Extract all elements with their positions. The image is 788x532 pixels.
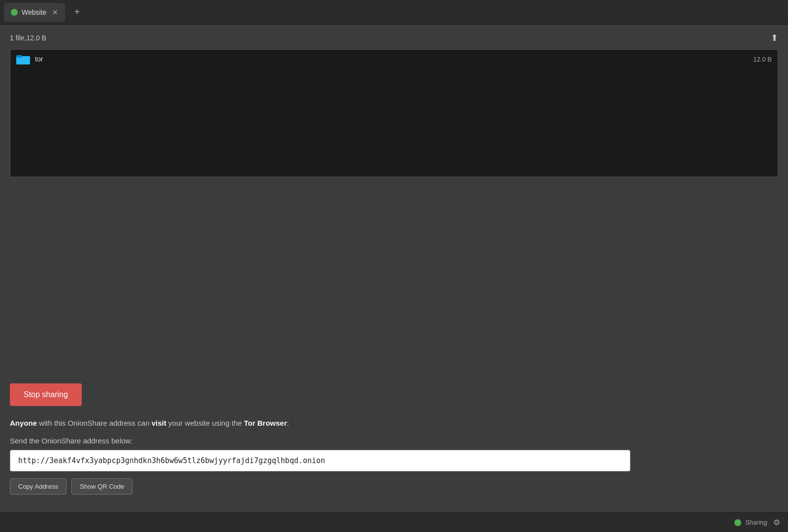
status-indicator [734,519,741,526]
info-visit: visit [152,419,166,427]
tab-close-button[interactable]: ✕ [52,8,58,16]
settings-icon[interactable]: ⚙ [773,518,780,527]
copy-address-button[interactable]: Copy Address [10,478,66,495]
info-text: Anyone with this OnionShare address can … [10,418,778,429]
file-size: 12.0 B [753,56,772,63]
info-part4: your website using the [166,419,244,427]
tab-status-indicator [11,9,18,16]
folder-icon [16,54,30,64]
file-count-label: 1 file,12.0 B [10,34,46,42]
tab-bar: Website ✕ + [0,0,788,25]
info-anyone: Anyone [10,419,37,427]
upload-icon[interactable]: ⬆ [771,32,778,43]
status-label: Sharing [745,519,767,526]
website-tab[interactable]: Website ✕ [4,3,65,22]
tab-label: Website [22,8,46,16]
file-info-row: 1 file,12.0 B ⬆ [10,32,778,43]
show-qr-code-button[interactable]: Show QR Code [71,478,132,495]
stop-sharing-button[interactable]: Stop sharing [10,383,82,406]
file-list-container: tor 12.0 B [10,49,778,177]
info-tor-browser: Tor Browser [244,419,287,427]
file-name: tor [35,55,753,63]
action-buttons: Copy Address Show QR Code [10,478,778,495]
info-part2: with this OnionShare address can [37,419,152,427]
new-tab-button[interactable]: + [69,4,85,20]
info-colon: : [287,419,289,427]
send-label: Send the OnionShare address below: [10,437,778,445]
table-row: tor 12.0 B [10,50,778,68]
svg-rect-1 [16,55,22,58]
status-bar: Sharing ⚙ [0,512,788,532]
main-content: 1 file,12.0 B ⬆ tor 12.0 B Stop sharing … [0,25,788,512]
spacer [10,177,778,383]
onion-address-display: http://3eakf4vfx3yabpcp3gnhdkn3h6bw6w5tl… [10,450,630,471]
